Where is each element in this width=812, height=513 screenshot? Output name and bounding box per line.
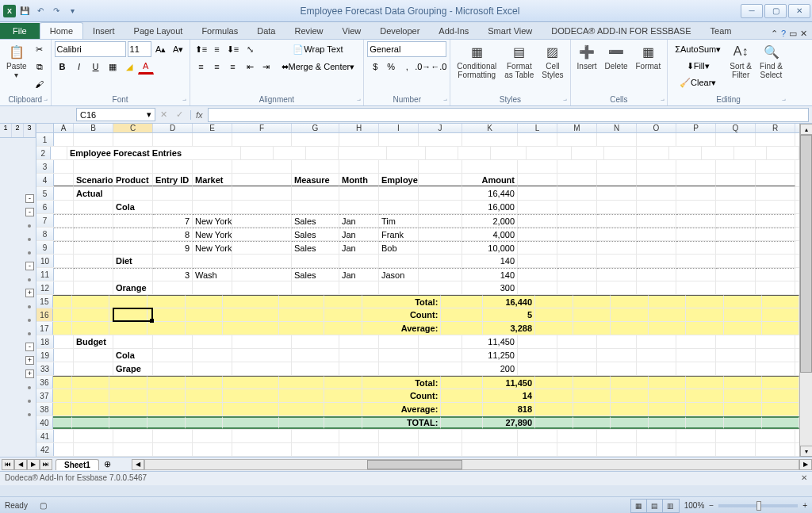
cell[interactable]: Wash	[193, 268, 232, 281]
cell[interactable]	[186, 403, 224, 415]
qat-redo-icon[interactable]: ↷	[49, 4, 63, 18]
cell[interactable]: 16,440	[483, 295, 535, 308]
cell[interactable]	[324, 295, 362, 308]
clear-button[interactable]: 🧹 Clear ▾	[671, 75, 725, 90]
sort-filter-button[interactable]: A↕Sort & Filter	[726, 41, 755, 81]
cell[interactable]: Tim	[379, 214, 419, 227]
cell[interactable]	[419, 362, 462, 375]
cell[interactable]	[54, 349, 74, 362]
zoom-level[interactable]: 100%	[684, 501, 705, 510]
cell[interactable]	[54, 133, 74, 146]
cell[interactable]	[637, 281, 676, 294]
row-head[interactable]: 9	[36, 241, 54, 254]
cell[interactable]	[186, 295, 224, 308]
cell[interactable]	[597, 201, 637, 213]
cell[interactable]	[676, 281, 716, 294]
cell[interactable]	[74, 281, 113, 294]
cell[interactable]: Jason	[379, 268, 419, 281]
maximize-button[interactable]: ▢	[764, 4, 787, 18]
cell[interactable]	[557, 335, 597, 348]
cell[interactable]	[716, 214, 756, 227]
normal-view-button[interactable]: ▦	[631, 500, 647, 512]
cell[interactable]	[557, 160, 597, 173]
col-head-C[interactable]: C	[113, 124, 153, 132]
cell[interactable]: Sales	[292, 228, 339, 240]
cell[interactable]	[54, 160, 74, 173]
cell[interactable]	[113, 430, 153, 442]
cell[interactable]	[147, 322, 186, 335]
cell[interactable]	[762, 403, 800, 415]
delete-cells-button[interactable]: ➖Delete	[602, 41, 631, 72]
cell[interactable]	[379, 349, 419, 362]
cell[interactable]	[637, 187, 676, 200]
cell[interactable]	[109, 389, 147, 402]
cell[interactable]	[379, 362, 419, 375]
close-button[interactable]: ✕	[788, 4, 810, 18]
cell[interactable]	[762, 389, 800, 402]
cell[interactable]	[518, 268, 557, 281]
row-head[interactable]: 19	[36, 349, 54, 362]
cell[interactable]	[573, 308, 611, 321]
cell[interactable]	[74, 160, 113, 173]
cell[interactable]	[611, 416, 649, 429]
cell[interactable]	[324, 308, 362, 321]
cell[interactable]	[186, 389, 224, 402]
cell[interactable]: 16,440	[462, 187, 518, 200]
cell[interactable]	[53, 416, 72, 429]
tab-page-layout[interactable]: Page Layout	[124, 23, 193, 39]
cell[interactable]	[611, 403, 649, 415]
cell[interactable]	[518, 443, 557, 456]
cell[interactable]	[379, 187, 419, 200]
cell[interactable]	[716, 349, 756, 362]
cell[interactable]	[716, 133, 756, 146]
cell[interactable]	[669, 147, 702, 159]
cell[interactable]	[724, 403, 762, 415]
cell[interactable]	[193, 160, 232, 173]
increase-font-button[interactable]: A▴	[153, 41, 169, 57]
cell[interactable]	[676, 214, 716, 227]
cell[interactable]	[756, 174, 795, 186]
cell[interactable]	[419, 281, 462, 294]
cell[interactable]	[74, 228, 113, 240]
cell[interactable]	[74, 430, 113, 442]
cell[interactable]	[186, 376, 224, 389]
cell[interactable]: TOTAL:	[362, 416, 441, 429]
cell[interactable]	[223, 416, 279, 429]
row-head[interactable]: 33	[36, 362, 54, 375]
qat-customize-icon[interactable]: ▾	[65, 4, 79, 18]
cell[interactable]: 4,000	[462, 228, 518, 240]
cell[interactable]	[232, 201, 292, 213]
cell[interactable]	[223, 403, 279, 415]
row-head[interactable]: 6	[36, 201, 54, 213]
cell[interactable]	[426, 147, 458, 159]
cell[interactable]	[292, 430, 339, 442]
cell[interactable]	[279, 416, 324, 429]
select-all-corner[interactable]	[36, 124, 54, 132]
col-head-A[interactable]: A	[54, 124, 74, 132]
cell[interactable]	[637, 255, 676, 267]
cell[interactable]	[597, 349, 637, 362]
cell[interactable]	[153, 281, 193, 294]
cell[interactable]	[232, 187, 292, 200]
cell[interactable]	[274, 147, 306, 159]
cell[interactable]	[597, 187, 637, 200]
cell[interactable]	[724, 389, 762, 402]
tab-review[interactable]: Review	[285, 23, 332, 39]
cell[interactable]	[339, 362, 379, 375]
cell[interactable]	[153, 335, 193, 348]
cell[interactable]	[419, 214, 462, 227]
cell[interactable]	[419, 255, 462, 267]
cell[interactable]: 818	[483, 403, 535, 415]
row-head[interactable]: 41	[36, 430, 54, 442]
cell[interactable]	[573, 403, 611, 415]
page-layout-view-button[interactable]: ▤	[647, 500, 663, 512]
cell[interactable]	[756, 241, 795, 254]
cell[interactable]	[54, 174, 74, 186]
cell[interactable]: Budget	[74, 335, 113, 348]
cell[interactable]	[419, 241, 462, 254]
cell[interactable]	[637, 443, 676, 456]
cell[interactable]	[518, 362, 557, 375]
cell[interactable]	[147, 308, 186, 321]
cell[interactable]	[324, 376, 362, 389]
cell[interactable]	[597, 174, 637, 186]
